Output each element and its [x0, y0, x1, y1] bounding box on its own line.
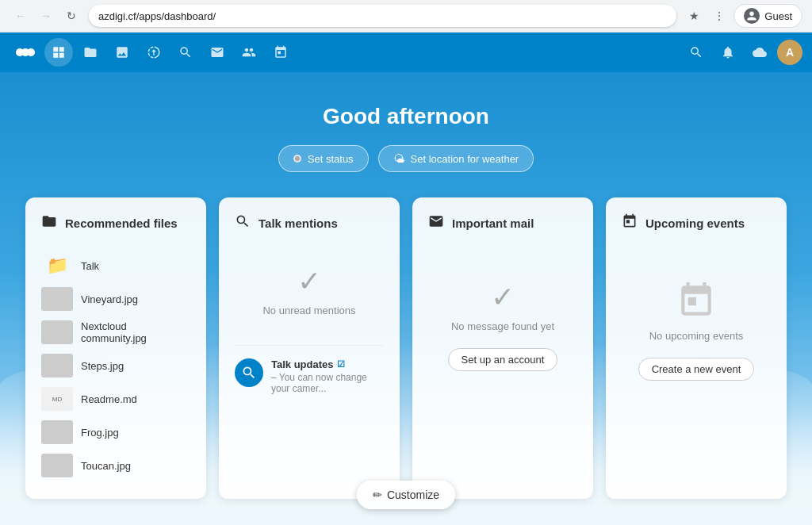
folder-icon	[41, 213, 57, 233]
dashboard-nav-icon[interactable]	[44, 38, 73, 67]
svg-point-2	[21, 48, 29, 56]
user-avatar[interactable]: A	[777, 40, 802, 65]
browser-actions: ★ ⋮ Guest	[683, 4, 802, 28]
file-name: Toucan.jpg	[81, 460, 131, 472]
calendar-nav-icon[interactable]	[266, 38, 295, 67]
cloud-icon[interactable]	[745, 38, 774, 67]
customize-icon: ✏	[373, 489, 382, 501]
file-name: Talk	[81, 260, 99, 272]
status-dot	[293, 155, 301, 163]
talk-empty-text: No unread mentions	[262, 305, 355, 316]
image-thumb	[41, 287, 73, 311]
talk-empty-state: ✓ No unread mentions	[235, 249, 384, 332]
mail-nav-icon[interactable]	[203, 38, 232, 67]
set-status-button[interactable]: Set status	[278, 145, 369, 172]
events-empty-state: No upcoming events Create a new event	[622, 265, 771, 397]
setup-account-button[interactable]: Set up an account	[448, 348, 558, 371]
files-nav-icon[interactable]	[76, 38, 105, 67]
verified-badge: ☑	[337, 359, 345, 370]
main-content: Good afternoon Set status 🌤 Set location…	[0, 72, 812, 525]
calendar-icon	[622, 213, 638, 233]
weather-label: Set location for weather	[411, 153, 519, 165]
check-icon: ✓	[297, 265, 321, 298]
events-empty-text: No upcoming events	[649, 330, 744, 342]
talk-update-avatar	[235, 358, 263, 387]
upcoming-events-title: Upcoming events	[645, 217, 745, 230]
file-name: Nextcloud community.jpg	[81, 320, 190, 344]
recommended-files-header: Recommended files	[41, 213, 190, 233]
browser-chrome: ← → ↻ ★ ⋮ Guest	[0, 0, 812, 33]
search-right-icon[interactable]	[682, 38, 710, 67]
cards-grid: Recommended files 📁 Talk Vineyard.jpg Ne…	[25, 197, 787, 499]
file-name: Frog.jpg	[81, 427, 119, 439]
set-weather-button[interactable]: 🌤 Set location for weather	[378, 145, 534, 172]
important-mail-header: Important mail	[428, 213, 577, 233]
weather-icon: 🌤	[393, 152, 404, 165]
talk-update-text: – You can now change your camer...	[271, 372, 384, 394]
create-event-button[interactable]: Create a new event	[638, 358, 755, 381]
contacts-nav-icon[interactable]	[235, 38, 263, 67]
nav-buttons: ← → ↻	[10, 5, 82, 27]
image-thumb	[41, 320, 73, 344]
nc-navigation: A	[0, 33, 812, 72]
greeting-text: Good afternoon	[16, 104, 796, 129]
folder-thumb: 📁	[41, 254, 73, 278]
important-mail-title: Important mail	[452, 217, 534, 230]
talk-icon	[235, 213, 251, 233]
nc-nav-left	[10, 36, 295, 68]
file-name: Vineyard.jpg	[81, 293, 138, 305]
reload-button[interactable]: ↻	[60, 5, 82, 27]
recommended-files-title: Recommended files	[65, 217, 178, 230]
status-buttons-area: Set status 🌤 Set location for weather	[16, 145, 796, 172]
important-mail-card: Important mail ✓ No message found yet Se…	[412, 197, 593, 499]
list-item[interactable]: MD Readme.md	[41, 382, 190, 416]
file-name: Steps.jpg	[81, 360, 124, 372]
nc-logo[interactable]	[10, 36, 41, 68]
address-bar[interactable]	[89, 5, 676, 27]
customize-label: Customize	[387, 489, 439, 501]
bookmark-button[interactable]: ★	[683, 5, 705, 27]
search-nav-icon[interactable]	[171, 38, 200, 67]
photos-nav-icon[interactable]	[108, 38, 136, 67]
activity-nav-icon[interactable]	[140, 38, 168, 67]
talk-update-title: Talk updates ☑	[271, 358, 384, 370]
upcoming-events-card: Upcoming events No upcoming events Creat…	[606, 197, 787, 499]
talk-update-item[interactable]: Talk updates ☑ – You can now change your…	[235, 345, 384, 394]
forward-button[interactable]: →	[35, 5, 57, 27]
doc-thumb: MD	[41, 387, 73, 411]
mail-empty-text: No message found yet	[451, 320, 554, 332]
image-thumb	[41, 454, 73, 477]
customize-bar: ✏ Customize	[357, 481, 455, 509]
talk-update-content: Talk updates ☑ – You can now change your…	[271, 358, 384, 394]
browser-toolbar: ← → ↻ ★ ⋮ Guest	[0, 0, 812, 32]
guest-avatar	[744, 8, 760, 24]
list-item[interactable]: Nextcloud community.jpg	[41, 316, 190, 349]
guest-label: Guest	[764, 10, 792, 22]
list-item[interactable]: Vineyard.jpg	[41, 282, 190, 316]
guest-button[interactable]: Guest	[733, 4, 802, 28]
mail-empty-state: ✓ No message found yet Set up an account	[428, 265, 577, 387]
mail-icon	[428, 213, 444, 233]
image-thumb	[41, 420, 73, 444]
upcoming-events-header: Upcoming events	[622, 213, 771, 233]
customize-button[interactable]: ✏ Customize	[357, 481, 455, 509]
calendar-large-icon	[676, 281, 716, 324]
notifications-icon[interactable]	[714, 38, 742, 67]
nc-nav-right: A	[682, 38, 802, 67]
talk-mentions-card: Talk mentions ✓ No unread mentions Talk …	[219, 197, 400, 499]
back-button[interactable]: ←	[10, 5, 32, 27]
list-item[interactable]: Steps.jpg	[41, 349, 190, 382]
list-item[interactable]: 📁 Talk	[41, 249, 190, 282]
more-button[interactable]: ⋮	[708, 5, 730, 27]
status-label: Set status	[308, 153, 354, 165]
recommended-files-card: Recommended files 📁 Talk Vineyard.jpg Ne…	[25, 197, 206, 499]
list-item[interactable]: Frog.jpg	[41, 416, 190, 449]
file-name: Readme.md	[81, 393, 137, 405]
file-list: 📁 Talk Vineyard.jpg Nextcloud community.…	[41, 249, 190, 482]
mail-check-icon: ✓	[491, 281, 515, 314]
image-thumb	[41, 354, 73, 377]
list-item[interactable]: Toucan.jpg	[41, 449, 190, 482]
talk-mentions-header: Talk mentions	[235, 213, 384, 233]
talk-mentions-title: Talk mentions	[259, 217, 338, 230]
